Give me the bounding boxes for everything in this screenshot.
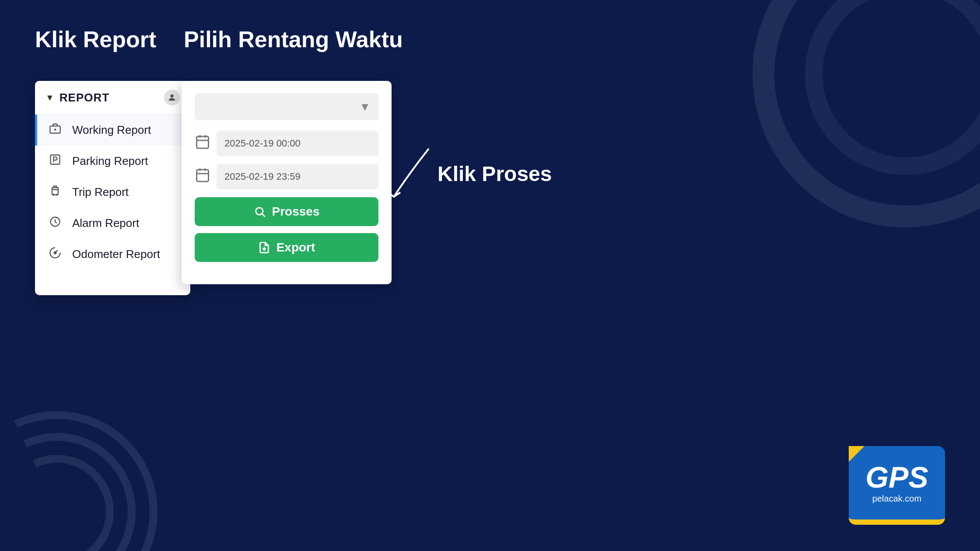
- svg-point-8: [56, 194, 57, 195]
- svg-rect-5: [52, 188, 58, 195]
- sidebar-item-parking-report[interactable]: Parking Report: [35, 146, 190, 177]
- start-date-value: 2025-02-19 00:00: [224, 138, 301, 149]
- briefcase-icon: [48, 122, 63, 138]
- sidebar-panel: ▼ REPORT Working Report: [35, 81, 190, 295]
- calendar-start-icon: [195, 134, 210, 153]
- svg-point-7: [53, 194, 54, 195]
- alarm-report-label: Alarm Report: [72, 216, 139, 230]
- sidebar-header: ▼ REPORT: [35, 81, 190, 115]
- klik-proses-annotation: Klik Proses: [438, 162, 552, 186]
- trip-report-label: Trip Report: [72, 185, 129, 199]
- gps-logo: GPS pelacak.com: [849, 446, 945, 525]
- start-date-input[interactable]: 2025-02-19 00:00: [217, 131, 378, 156]
- step1-heading: Klik Report: [35, 26, 156, 52]
- svg-point-0: [170, 94, 173, 98]
- gauge-icon: [48, 247, 63, 262]
- user-icon[interactable]: [164, 90, 180, 105]
- end-date-input[interactable]: 2025-02-19 23:59: [217, 164, 378, 189]
- dropdown-arrow-icon: ▼: [359, 100, 371, 114]
- export-button[interactable]: Export: [195, 233, 378, 262]
- parking-report-label: Parking Report: [72, 154, 148, 168]
- sidebar-item-alarm-report[interactable]: Alarm Report: [35, 208, 190, 239]
- parking-icon: [48, 153, 63, 169]
- luggage-icon: [48, 185, 63, 200]
- clock-icon: [48, 216, 63, 231]
- calendar-end-icon: [195, 167, 210, 186]
- end-date-row: 2025-02-19 23:59: [195, 164, 378, 189]
- gps-logo-text: GPS: [865, 462, 928, 492]
- svg-point-10: [54, 252, 56, 254]
- curved-arrow-annotation: [359, 144, 446, 214]
- odometer-report-label: Odometer Report: [72, 248, 160, 261]
- gps-logo-sub: pelacak.com: [872, 494, 921, 504]
- working-report-label: Working Report: [72, 123, 151, 137]
- sidebar-item-working-report[interactable]: Working Report: [35, 115, 190, 146]
- svg-point-19: [256, 208, 262, 215]
- process-button[interactable]: Prosses: [195, 197, 378, 226]
- vehicle-dropdown[interactable]: ▼: [195, 93, 378, 120]
- sidebar-item-trip-report[interactable]: Trip Report: [35, 177, 190, 208]
- process-button-label: Prosses: [272, 205, 320, 219]
- deco-arcs: [0, 411, 158, 551]
- step2-heading: Pilih Rentang Waktu: [184, 26, 403, 52]
- svg-rect-11: [197, 136, 209, 148]
- export-button-label: Export: [276, 241, 315, 255]
- end-date-value: 2025-02-19 23:59: [224, 171, 301, 182]
- start-date-row: 2025-02-19 00:00: [195, 131, 378, 156]
- sidebar-title: REPORT: [60, 91, 109, 105]
- dropdown-arrow-icon[interactable]: ▼: [46, 93, 54, 103]
- sidebar-header-left: ▼ REPORT: [46, 91, 109, 105]
- export-icon: [258, 241, 270, 254]
- sidebar-item-odometer-report[interactable]: Odometer Report: [35, 239, 190, 270]
- svg-rect-15: [197, 170, 209, 181]
- search-icon: [254, 206, 266, 218]
- svg-line-20: [262, 214, 265, 216]
- gps-logo-triangle: [849, 446, 864, 462]
